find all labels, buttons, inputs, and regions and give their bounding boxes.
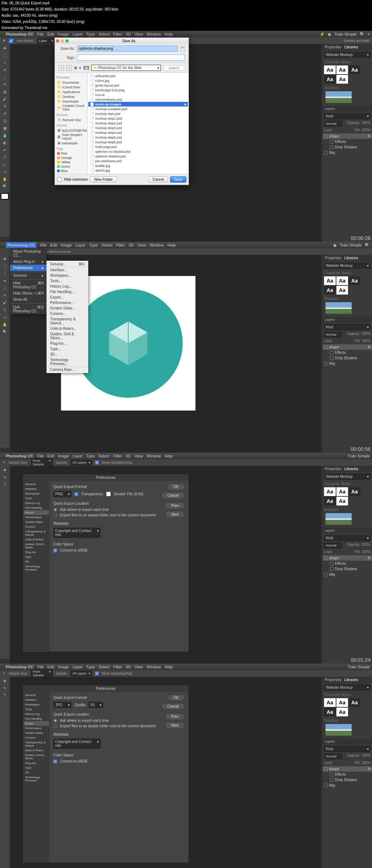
menu-help[interactable]: Help (167, 243, 176, 247)
prefs-category[interactable]: Cursors (24, 524, 49, 529)
file-item[interactable]: 📄mockup-step5.psd (88, 135, 188, 140)
auto-select-checkbox[interactable] (9, 39, 13, 43)
move-tool-icon[interactable]: ✥ (1, 256, 9, 262)
cancel-button[interactable]: Cancel (161, 492, 185, 499)
style-swatch[interactable]: Aa (336, 75, 348, 84)
layer-row[interactable]: bkg (323, 572, 372, 577)
menu-preferences[interactable]: Preferences▸ (10, 265, 46, 271)
sidebar-shared[interactable]: 🖥trainsimple (56, 141, 86, 145)
eyedropper-icon[interactable]: ✎ (3, 672, 6, 675)
eyedropper-tool-icon[interactable]: ✎ (1, 474, 9, 480)
sample-dropdown[interactable]: All Layers▾ (70, 460, 92, 465)
bluetooth-icon[interactable]: ⚡ (320, 32, 325, 37)
sidebar-tag[interactable]: Blue (56, 169, 86, 173)
sample-dropdown[interactable]: All Layers▾ (70, 671, 92, 676)
visibility-icon[interactable] (330, 351, 333, 355)
layer-row[interactable]: Drop Shadow (323, 566, 372, 572)
wifi-icon[interactable]: ◉ (333, 243, 337, 248)
prefs-category[interactable]: File Handling (24, 716, 49, 721)
graphic-thumbnail[interactable] (326, 513, 352, 525)
submenu-item[interactable]: Performance... (46, 300, 88, 305)
menu-3d[interactable]: 3D (126, 665, 131, 669)
hand-tool-icon[interactable]: ✋ (1, 176, 9, 182)
submenu-item[interactable]: General...⌘K (46, 261, 88, 267)
sidebar-shared[interactable]: 🖥hp2c27d79db793 (56, 128, 86, 133)
metadata-dropdown[interactable]: Copyright and Contact Info▾ (53, 528, 101, 538)
tab-libraries[interactable]: Libraries (344, 467, 358, 471)
menu-app[interactable]: Photoshop CC (6, 454, 33, 458)
file-item[interactable]: 📄seattle.jpg (88, 163, 188, 168)
sampling-ring-checkbox[interactable]: ✓ (95, 672, 99, 675)
forward-button[interactable]: › (66, 65, 72, 71)
prefs-category[interactable]: History Log (24, 501, 49, 505)
marquee-tool-icon[interactable]: ⬚ (1, 52, 9, 59)
menu-about[interactable]: About Photoshop CC... (10, 248, 46, 259)
submenu-item[interactable]: Scratch Disks... (46, 305, 88, 311)
menu-image[interactable]: Image (58, 665, 69, 669)
style-swatch[interactable]: Aa (324, 75, 336, 84)
ok-button[interactable]: OK (167, 694, 185, 701)
menu-help[interactable]: Help (165, 32, 173, 36)
file-item[interactable]: 📄mockup-step6.psd (88, 140, 188, 144)
file-item[interactable]: 📄multi-page.psd (88, 144, 188, 149)
layer-row[interactable]: Drop Shadow (323, 144, 372, 150)
file-item[interactable]: 📄guide-layout.psd (88, 83, 188, 88)
eyedropper-tool-icon[interactable]: ✎ (1, 685, 9, 691)
color-swatch-icon[interactable] (1, 193, 9, 200)
type-tool-icon[interactable]: T (1, 307, 9, 313)
file-item[interactable]: 📄hamburger-icon.png (88, 88, 188, 92)
menu-file[interactable]: File (37, 32, 44, 36)
file-item[interactable]: 📄mock-up-images▸ (88, 102, 188, 107)
blend-dropdown[interactable]: Normal (324, 543, 342, 548)
menu-window[interactable]: Window (147, 454, 161, 458)
menu-3d[interactable]: 3D (126, 454, 131, 458)
file-list[interactable]: 📄artboards.psd📄colors.jpg📄guide-layout.p… (88, 73, 189, 174)
prefs-category[interactable]: Plug-Ins (24, 761, 49, 765)
kind-dropdown[interactable]: Kind▾ (324, 746, 371, 752)
menu-select[interactable]: Select (98, 454, 110, 458)
style-swatch[interactable]: Aa (349, 487, 360, 496)
tags-input[interactable] (77, 55, 185, 61)
menu-select[interactable]: Select (98, 32, 110, 36)
prefs-category[interactable]: Type (24, 765, 49, 770)
menu-edit[interactable]: Edit (47, 32, 54, 36)
library-dropdown[interactable]: Website Mockup▾ (324, 263, 371, 269)
sidebar-favorite[interactable]: 📁Downloads (56, 99, 86, 104)
sidebar-favorite[interactable]: 📁Applications (56, 89, 86, 94)
sidebar-shared[interactable]: 🖥Train Simple's Airport (56, 133, 86, 141)
menu-image[interactable]: Image (61, 243, 72, 247)
tab-libraries[interactable]: Libraries (344, 678, 358, 682)
file-item[interactable]: 📄mockup-step4.psd (88, 130, 188, 135)
style-swatch[interactable]: Aa (324, 487, 336, 496)
menu-layer[interactable]: Layer (76, 243, 86, 247)
menu-layer[interactable]: Layer (73, 454, 83, 458)
submenu-item[interactable]: Export... (46, 295, 88, 300)
visibility-icon[interactable] (330, 773, 333, 776)
style-swatch[interactable]: Aa (349, 65, 360, 74)
lasso-tool-icon[interactable]: ⌇ (1, 270, 9, 277)
submenu-item[interactable]: Camera Raw... (46, 367, 88, 372)
blend-dropdown[interactable]: Normal (324, 332, 342, 337)
hide-extension-checkbox[interactable] (57, 177, 62, 182)
move-tool-icon[interactable]: ✥ (1, 467, 9, 473)
style-swatch[interactable]: Aa (324, 708, 336, 716)
prefs-category[interactable]: Performance (24, 726, 49, 731)
kind-dropdown[interactable]: Kind▾ (324, 535, 371, 541)
graphic-thumbnail[interactable] (326, 91, 352, 103)
menu-type[interactable]: Type (86, 665, 95, 669)
layer-row[interactable]: shapefx (323, 344, 372, 350)
visibility-icon[interactable] (330, 567, 333, 571)
file-item[interactable]: 📄mockup-step3.psd (88, 125, 188, 130)
layer-row[interactable]: bkg (323, 150, 372, 155)
graphic-thumbnail[interactable] (326, 724, 352, 736)
prefs-category[interactable]: 3D (24, 559, 49, 564)
transparency-checkbox[interactable]: ✓ (74, 492, 78, 496)
menu-window[interactable]: Window (147, 665, 161, 669)
export-folder-radio[interactable] (53, 513, 57, 517)
srgb-checkbox[interactable]: ✓ (53, 549, 57, 552)
prefs-category[interactable]: Performance (24, 515, 49, 520)
file-item[interactable]: 📄optimize-no-shadow.psd (88, 149, 188, 154)
file-item[interactable]: 📄mid-wireframe.psd (88, 97, 188, 102)
menu-view[interactable]: View (134, 454, 143, 458)
prefs-category[interactable]: Workspace (24, 491, 49, 496)
